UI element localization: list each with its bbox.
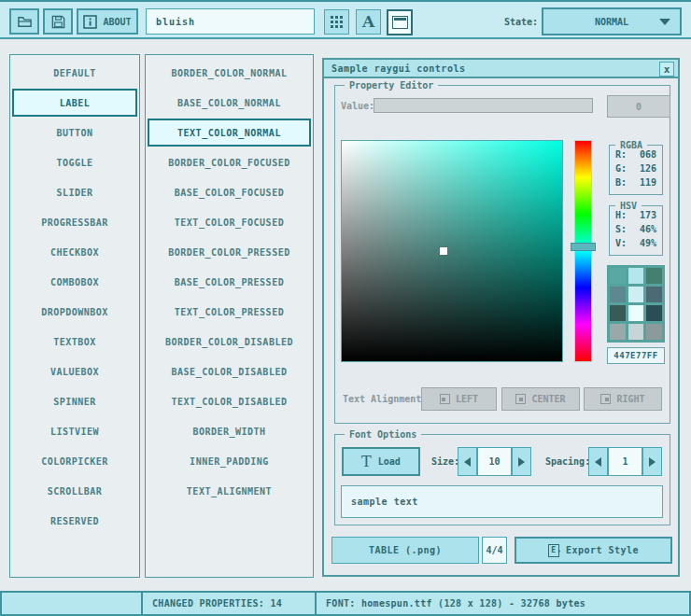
list-item-text_color_disabled[interactable]: TEXT_COLOR_DISABLED: [146, 386, 313, 416]
font-view-button[interactable]: A: [356, 9, 381, 35]
style-swatch-6[interactable]: [610, 305, 626, 321]
list-item-border_color_pressed[interactable]: BORDER_COLOR_PRESSED: [146, 237, 313, 267]
state-dropdown-value: NORMAL: [595, 17, 628, 27]
style-swatch-1[interactable]: [628, 268, 644, 284]
window-titlebar[interactable]: Sample raygui controls: [324, 60, 678, 78]
style-swatch-3[interactable]: [610, 287, 626, 302]
list-item-inner_padding[interactable]: INNER_PADDING: [146, 446, 313, 476]
status-font-info: FONT: homespun.ttf (128 x 128) - 32768 b…: [317, 593, 689, 614]
list-item-base_color_focused[interactable]: BASE_COLOR_FOCUSED: [146, 177, 313, 207]
size-value-box[interactable]: 10: [477, 447, 512, 476]
value-box[interactable]: 0: [607, 95, 670, 118]
style-swatch-4[interactable]: [628, 287, 644, 302]
align-center-button[interactable]: CENTER: [501, 387, 580, 411]
hue-bar[interactable]: [574, 140, 592, 362]
style-swatch-10[interactable]: [628, 324, 644, 340]
hex-value-text: 447E77FF: [613, 351, 657, 360]
list-item-dropdownbox[interactable]: DROPDOWNBOX: [10, 297, 139, 327]
list-item-spinner[interactable]: SPINNER: [10, 386, 139, 416]
list-item-text_color_focused[interactable]: TEXT_COLOR_FOCUSED: [146, 207, 313, 237]
list-item-border_color_disabled[interactable]: BORDER_COLOR_DISABLED: [146, 327, 313, 357]
list-item-border_width[interactable]: BORDER_WIDTH: [146, 416, 313, 446]
arrow-right-icon: [649, 457, 656, 467]
save-file-icon: [50, 14, 66, 30]
arrow-left-icon: [595, 457, 601, 467]
style-swatch-5[interactable]: [646, 287, 662, 302]
colorpicker-square[interactable]: [341, 140, 563, 362]
list-item-label[interactable]: LABEL: [12, 89, 137, 117]
hsv-v-row: V: 49%: [610, 238, 662, 248]
list-item-slider[interactable]: SLIDER: [10, 177, 139, 207]
align-left-button[interactable]: LEFT: [421, 387, 497, 411]
controls-view-button[interactable]: [387, 9, 413, 35]
state-dropdown[interactable]: NORMAL: [542, 7, 682, 35]
list-item-text_alignment[interactable]: TEXT_ALIGNMENT: [146, 476, 313, 506]
font-load-button[interactable]: T Load: [342, 447, 420, 476]
rgba-r-row: R: 068: [610, 149, 662, 160]
spacing-increase-button[interactable]: [642, 447, 662, 476]
value-slider[interactable]: [374, 98, 593, 113]
export-format-button[interactable]: TABLE (.png): [331, 537, 479, 564]
list-item-base_color_normal[interactable]: BASE_COLOR_NORMAL: [146, 88, 313, 118]
align-right-button[interactable]: RIGHT: [584, 387, 662, 411]
g-value: 126: [640, 163, 656, 174]
list-item-combobox[interactable]: COMBOBOX: [10, 267, 139, 297]
rgba-g-row: G: 126: [610, 163, 662, 174]
rgba-b-row: B: 119: [610, 177, 662, 188]
sample-text: sample text: [351, 497, 418, 507]
style-swatch-0[interactable]: [610, 268, 626, 284]
style-swatch-7[interactable]: [628, 305, 644, 321]
list-item-base_color_pressed[interactable]: BASE_COLOR_PRESSED: [146, 267, 313, 297]
list-item-text_color_normal[interactable]: TEXT_COLOR_NORMAL: [148, 119, 311, 147]
export-count-box[interactable]: 4/4: [482, 537, 507, 564]
size-label: Size:: [431, 456, 459, 467]
style-table-view-button[interactable]: [324, 9, 349, 35]
b-label: B:: [615, 177, 627, 188]
save-file-button[interactable]: [43, 8, 73, 35]
hue-handle[interactable]: [571, 243, 596, 251]
style-swatch-9[interactable]: [610, 324, 626, 340]
list-item-scrollbar[interactable]: SCROLLBAR: [10, 476, 139, 506]
list-item-colorpicker[interactable]: COLORPICKER: [10, 446, 139, 476]
state-label: State:: [504, 17, 538, 27]
export-format-label: TABLE (.png): [369, 545, 442, 555]
style-swatch-11[interactable]: [646, 324, 662, 340]
list-item-text_color_pressed[interactable]: TEXT_COLOR_PRESSED: [146, 297, 313, 327]
about-button[interactable]: ABOUT: [77, 8, 138, 35]
hex-value-box[interactable]: 447E77FF: [607, 347, 665, 364]
list-item-base_color_disabled[interactable]: BASE_COLOR_DISABLED: [146, 357, 313, 386]
window-close-button[interactable]: x: [659, 62, 674, 77]
export-style-button[interactable]: E › Export Style: [515, 537, 672, 564]
list-item-textbox[interactable]: TEXTBOX: [10, 327, 139, 357]
list-item-progressbar[interactable]: PROGRESSBAR: [10, 207, 139, 237]
spacing-decrease-button[interactable]: [588, 447, 608, 476]
window-icon: [392, 16, 408, 29]
hsv-s-row: S: 46%: [610, 224, 662, 234]
export-icon: E ›: [548, 544, 559, 557]
rgba-group: RGBA R: 068 G: 126 B: 119: [609, 145, 663, 195]
r-value: 068: [640, 149, 656, 160]
style-name-input[interactable]: [146, 8, 315, 35]
list-item-border_color_normal[interactable]: BORDER_COLOR_NORMAL: [146, 58, 313, 88]
style-swatch-8[interactable]: [646, 305, 662, 321]
spacing-value: 1: [622, 456, 628, 467]
list-item-checkbox[interactable]: CHECKBOX: [10, 237, 139, 267]
size-increase-button[interactable]: [512, 447, 531, 476]
list-item-listview[interactable]: LISTVIEW: [10, 416, 139, 446]
list-item-valuebox[interactable]: VALUEBOX: [10, 357, 139, 386]
style-swatch-2[interactable]: [646, 268, 662, 284]
text-alignment-label: Text Alignment:: [343, 394, 427, 404]
colorpicker-cursor[interactable]: [440, 247, 447, 255]
list-item-reserved[interactable]: RESERVED: [10, 506, 139, 536]
spacing-value-box[interactable]: 1: [608, 447, 642, 476]
list-item-button[interactable]: BUTTON: [10, 118, 139, 147]
list-item-toggle[interactable]: TOGGLE: [10, 147, 139, 177]
align-left-label: LEFT: [456, 394, 478, 404]
sample-textbox[interactable]: sample text: [341, 485, 663, 518]
list-item-border_color_focused[interactable]: BORDER_COLOR_FOCUSED: [146, 147, 313, 177]
open-file-button[interactable]: [9, 8, 39, 35]
list-item-default[interactable]: DEFAULT: [10, 58, 139, 88]
size-decrease-button[interactable]: [458, 447, 477, 476]
font-info-text: FONT: homespun.ttf (128 x 128) - 32768 b…: [326, 598, 585, 609]
arrow-right-icon: [518, 457, 525, 467]
